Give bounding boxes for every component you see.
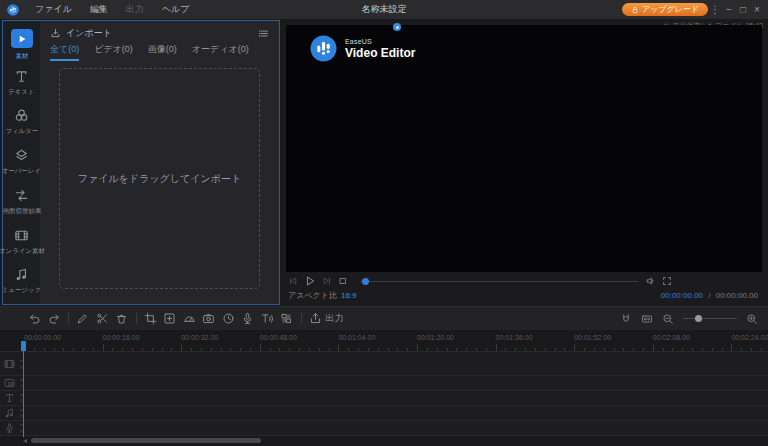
more-menu-button[interactable]: ⋮ bbox=[708, 0, 722, 19]
close-button[interactable]: × bbox=[750, 0, 764, 19]
seek-bar[interactable] bbox=[360, 275, 638, 287]
menu-item-3[interactable]: ヘルプ bbox=[153, 0, 199, 19]
media-tab-1[interactable]: ビデオ(0) bbox=[94, 43, 133, 61]
ruler-label-6: 00:01:36.00 bbox=[496, 334, 533, 341]
track-text[interactable] bbox=[0, 391, 768, 406]
sidebar-icon-wrap bbox=[14, 69, 29, 84]
horizontal-scrollbar[interactable] bbox=[0, 438, 768, 444]
zoom-in-icon[interactable] bbox=[746, 313, 758, 325]
sidebar-icon-wrap bbox=[14, 108, 29, 123]
brand-watermark: EaseUS Video Editor bbox=[310, 35, 415, 62]
import-label[interactable]: インポート bbox=[66, 27, 112, 40]
ruler-tick bbox=[152, 348, 153, 351]
track-voiceover[interactable] bbox=[0, 421, 768, 436]
tts-icon[interactable] bbox=[261, 312, 274, 325]
voiceover-icon[interactable] bbox=[241, 312, 254, 325]
stop-button[interactable] bbox=[338, 276, 348, 286]
sidebar-item-music[interactable]: ミュージック bbox=[3, 264, 40, 304]
aspect-ratio-value[interactable]: 16:9 bbox=[341, 291, 357, 300]
sidebar-item-overlay[interactable]: オーバーレイ bbox=[3, 145, 40, 185]
ruler-tick bbox=[633, 348, 634, 351]
upgrade-button[interactable]: アップグレード bbox=[622, 3, 708, 16]
volume-icon[interactable] bbox=[646, 276, 656, 286]
list-view-icon[interactable] bbox=[258, 28, 269, 39]
sidebar-item-filter[interactable]: フィルター bbox=[3, 105, 40, 145]
ruler-tick bbox=[181, 344, 182, 351]
timecode: 00:00:00.00 / 00:00:00.00 bbox=[661, 291, 758, 300]
ruler-tick bbox=[34, 348, 35, 351]
export-button[interactable]: 出力 bbox=[309, 312, 344, 325]
ruler-tick bbox=[319, 348, 320, 351]
dropzone-text: ファイルをドラッグしてインポート bbox=[78, 172, 242, 186]
speed-icon[interactable] bbox=[183, 312, 196, 325]
titlebar-right: アップグレード ⋮ − □ × bbox=[622, 0, 768, 19]
timeline-tracks bbox=[0, 352, 768, 436]
brand-logo-icon bbox=[310, 35, 337, 62]
app-logo-icon bbox=[7, 4, 19, 16]
fullscreen-icon[interactable] bbox=[662, 276, 672, 286]
ruler-tick bbox=[103, 344, 104, 351]
overlay-icon bbox=[14, 148, 29, 163]
track-music[interactable] bbox=[0, 406, 768, 421]
media-tabs: 全て(0)ビデオ(0)画像(0)オーディオ(0) bbox=[40, 44, 279, 61]
text-track-icon bbox=[4, 393, 15, 404]
play-button[interactable] bbox=[304, 275, 316, 287]
split-icon[interactable] bbox=[96, 312, 109, 325]
notification-dot[interactable] bbox=[393, 23, 401, 31]
minimize-button[interactable]: − bbox=[722, 0, 736, 19]
ruler-tick bbox=[535, 348, 536, 351]
aspect-ratio-label: アスペクト比 bbox=[288, 290, 337, 301]
ruler-tick bbox=[54, 348, 55, 351]
timeline-ruler[interactable]: 00:00:00.0000:00:16.0000:00:32.0000:00:4… bbox=[0, 330, 768, 352]
toolbar-separator bbox=[68, 313, 69, 324]
ruler-label-0: 00:00:00.00 bbox=[24, 334, 61, 341]
media-tab-3[interactable]: オーディオ(0) bbox=[192, 43, 249, 61]
zoom-icon[interactable] bbox=[163, 312, 176, 325]
timeline-zoom-slider[interactable] bbox=[683, 314, 737, 324]
ruler-tick bbox=[142, 348, 143, 351]
ruler-tick bbox=[663, 348, 664, 351]
ruler-tick bbox=[515, 348, 516, 351]
fit-timeline-icon[interactable] bbox=[641, 313, 653, 325]
zoom-out-icon[interactable] bbox=[662, 313, 674, 325]
maximize-button[interactable]: □ bbox=[736, 0, 750, 19]
ruler-tick bbox=[466, 348, 467, 351]
media-tab-2[interactable]: 画像(0) bbox=[148, 43, 177, 61]
undo-icon[interactable] bbox=[28, 312, 41, 325]
playback-controls bbox=[288, 275, 678, 287]
sidebar-item-text[interactable]: テキスト bbox=[3, 66, 40, 106]
zoom-slider-handle[interactable] bbox=[695, 315, 702, 322]
media-tab-0[interactable]: 全て(0) bbox=[50, 43, 79, 61]
scroll-left-arrow-icon[interactable] bbox=[23, 439, 27, 443]
snapshot-icon[interactable] bbox=[202, 312, 215, 325]
duration-icon[interactable] bbox=[222, 312, 235, 325]
delete-icon[interactable] bbox=[115, 312, 128, 325]
ruler-label-9: 00:02:24.00 bbox=[731, 334, 768, 341]
crop-icon[interactable] bbox=[144, 312, 157, 325]
ruler-tick bbox=[162, 348, 163, 351]
sidebar-item-media[interactable]: 素材 bbox=[3, 26, 40, 66]
ruler-tick bbox=[614, 348, 615, 351]
seek-handle[interactable] bbox=[362, 278, 369, 285]
ruler-tick bbox=[329, 348, 330, 351]
snap-magnet-icon[interactable] bbox=[620, 313, 632, 325]
ruler-tick bbox=[545, 348, 546, 351]
ruler-tick bbox=[338, 344, 339, 351]
sidebar-icon-wrap bbox=[14, 228, 29, 243]
track-pip[interactable] bbox=[0, 376, 768, 391]
menu-item-0[interactable]: ファイル bbox=[26, 0, 81, 19]
scrollbar-thumb[interactable] bbox=[31, 438, 261, 443]
mosaic-icon[interactable] bbox=[280, 312, 293, 325]
next-frame-button[interactable] bbox=[322, 276, 332, 286]
menu-item-1[interactable]: 編集 bbox=[81, 0, 117, 19]
import-dropzone[interactable]: ファイルをドラッグしてインポート bbox=[59, 68, 260, 289]
redo-icon[interactable] bbox=[48, 312, 61, 325]
ruler-tick bbox=[653, 344, 654, 351]
edit-icon[interactable] bbox=[76, 312, 89, 325]
track-video[interactable] bbox=[0, 352, 768, 376]
ruler-tick bbox=[260, 344, 261, 351]
sidebar-item-online[interactable]: オンライン素材 bbox=[3, 225, 40, 265]
sidebar-item-transition[interactable]: 画面切替効果 bbox=[3, 185, 40, 225]
previous-frame-button[interactable] bbox=[288, 276, 298, 286]
import-icon[interactable] bbox=[50, 28, 61, 39]
